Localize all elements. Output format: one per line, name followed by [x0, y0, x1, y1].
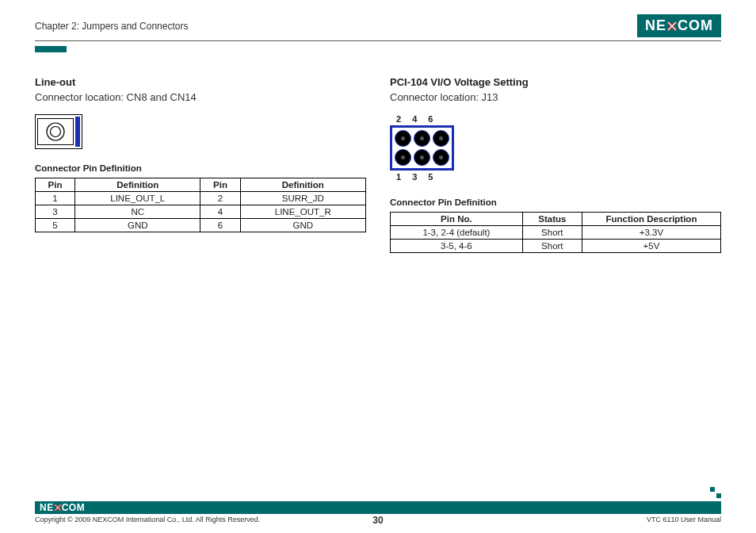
- section-title: Line-out: [35, 76, 366, 88]
- chapter-title: Chapter 2: Jumpers and Connectors: [35, 21, 188, 32]
- svg-point-1: [51, 127, 61, 137]
- pin-icon: [395, 149, 411, 166]
- pin-icon: [395, 130, 411, 147]
- nexcom-logo: NE COM: [637, 14, 721, 37]
- table-row: 1 LINE_OUT_L 2 SURR_JD: [36, 192, 366, 205]
- th-function: Function Description: [582, 213, 720, 226]
- jack-side: [75, 117, 80, 147]
- connector-location: Connector location: J13: [390, 91, 721, 103]
- th-status: Status: [522, 213, 582, 226]
- table-row: 3-5, 4-6 Short +5V: [391, 240, 721, 253]
- table-caption: Connector Pin Definition: [390, 197, 721, 207]
- table-header-row: Pin No. Status Function Description: [391, 213, 721, 226]
- pin-icon: [414, 130, 430, 147]
- th-def: Definition: [75, 178, 200, 192]
- pin-labels-top: 2 4 6: [390, 114, 721, 124]
- jack-ring-icon: [45, 121, 66, 142]
- content-columns: Line-out Connector location: CN8 and CN1…: [35, 76, 721, 253]
- section-title: PCI-104 VI/O Voltage Setting: [390, 76, 721, 88]
- connector-location: Connector location: CN8 and CN14: [35, 91, 366, 103]
- table-row: 5 GND 6 GND: [36, 219, 366, 232]
- logo-text-b: COM: [678, 17, 713, 34]
- document-page: Chapter 2: Jumpers and Connectors NE COM…: [0, 0, 756, 533]
- pin-row: [395, 149, 449, 166]
- table-header-row: Pin Definition Pin Definition: [36, 178, 366, 192]
- footer-line: Copyright © 2009 NEXCOM International Co…: [35, 516, 721, 523]
- th-def: Definition: [240, 178, 365, 192]
- page-header: Chapter 2: Jumpers and Connectors NE COM: [35, 14, 721, 37]
- jumper-setting-table: Pin No. Status Function Description 1-3,…: [390, 212, 721, 253]
- th-pin: Pin: [200, 178, 240, 192]
- pin-icon: [433, 130, 449, 147]
- footer-bar: NECOM: [35, 501, 721, 514]
- pin-labels-bottom: 1 3 5: [390, 172, 721, 182]
- footer-squares-icon: [710, 487, 721, 498]
- left-column: Line-out Connector location: CN8 and CN1…: [35, 76, 366, 253]
- table-caption: Connector Pin Definition: [35, 163, 366, 173]
- page-number: 30: [35, 515, 721, 526]
- right-column: PCI-104 VI/O Voltage Setting Connector l…: [390, 76, 721, 253]
- header-rule: [35, 40, 721, 41]
- accent-bar: [35, 46, 67, 52]
- table-row: 3 NC 4 LINE_OUT_R: [36, 205, 366, 219]
- th-pin-no: Pin No.: [391, 213, 523, 226]
- pin-row: [395, 130, 449, 147]
- x-icon: [54, 504, 62, 512]
- logo-text-a: NE: [645, 17, 666, 34]
- page-footer: NECOM Copyright © 2009 NEXCOM Internatio…: [35, 501, 721, 523]
- jack-body: [37, 118, 74, 145]
- audio-jack-diagram: [35, 114, 82, 149]
- pin-icon: [414, 149, 430, 166]
- svg-point-0: [47, 123, 64, 140]
- jumper-diagram: 2 4 6 1: [390, 114, 721, 182]
- table-row: 1-3, 2-4 (default) Short +3.3V: [391, 226, 721, 240]
- footer-logo: NECOM: [40, 502, 85, 513]
- pin-definition-table: Pin Definition Pin Definition 1 LINE_OUT…: [35, 178, 366, 232]
- pin-icon: [433, 149, 449, 166]
- th-pin: Pin: [36, 178, 75, 192]
- pin-header-block: [390, 125, 454, 171]
- x-icon: [666, 21, 678, 32]
